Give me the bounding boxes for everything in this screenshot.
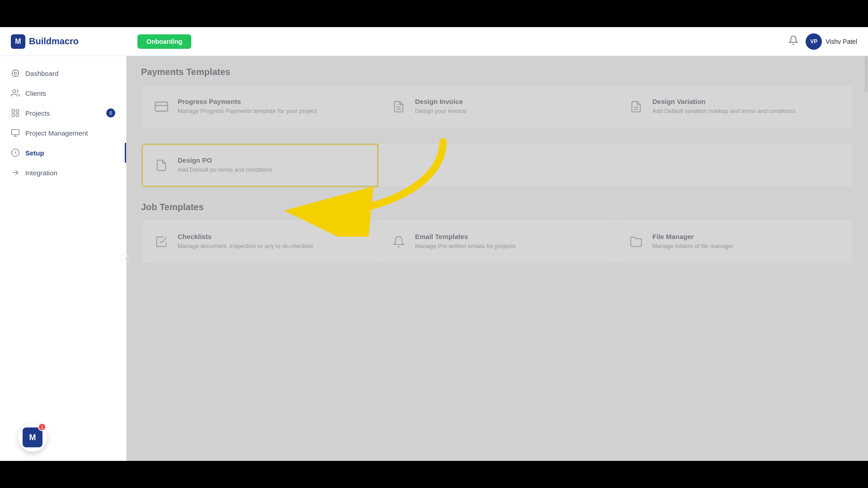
design-po-card[interactable]: Design PO Add Default po terms and condi…: [142, 144, 378, 187]
email-templates-desc: Manage Pre-written emails for projects: [415, 242, 605, 250]
file-manager-title: File Manager: [652, 233, 842, 240]
clients-icon: [11, 89, 20, 98]
onboarding-button[interactable]: Onboarding: [137, 34, 191, 49]
job-templates-section: Job Templates Checklists Manage docum: [141, 202, 854, 264]
job-cards-grid: Checklists Manage document, inspection o…: [141, 220, 854, 264]
empty-payment-card-2: [379, 144, 616, 187]
design-variation-desc: Add Default variation markup and terms a…: [652, 107, 842, 115]
design-invoice-icon: [390, 98, 408, 116]
design-po-title: Design PO: [178, 156, 368, 164]
logo-icon: M: [11, 34, 25, 49]
design-invoice-content: Design Invoice Design your invoice: [415, 98, 605, 115]
user-name: Vishv Patel: [826, 38, 857, 45]
bell-icon: [390, 233, 408, 251]
main-layout: Dashboard Clients Projects 6: [0, 56, 868, 461]
sidebar-label-project-management: Project Management: [25, 129, 88, 137]
projects-icon: [11, 108, 20, 117]
wallet-icon: [152, 98, 170, 116]
user-avatar: VP: [806, 33, 822, 50]
payment-cards-top: Progress Payments Manage Progress Paymen…: [141, 84, 854, 129]
job-templates-title: Job Templates: [141, 202, 854, 212]
svg-rect-7: [155, 102, 168, 111]
file-manager-content: File Manager Manage folders of file mana…: [652, 233, 842, 250]
payments-templates-section: Payments Templates Progress Payments: [141, 67, 854, 188]
integration-icon: [11, 168, 20, 177]
app-notification-dot: 1: [38, 423, 46, 431]
sidebar: Dashboard Clients Projects 6: [0, 56, 127, 461]
sidebar-label-integration: Integration: [25, 169, 57, 177]
svg-rect-6: [12, 130, 19, 135]
checklists-icon: [152, 233, 170, 251]
design-po-icon: [152, 156, 170, 174]
header: M Buildmacro Onboarding VP Vishv Patel: [0, 27, 868, 56]
svg-rect-5: [16, 114, 19, 117]
scrollbar-thumb: [865, 56, 868, 92]
design-variation-content: Design Variation Add Default variation m…: [652, 98, 842, 115]
design-variation-title: Design Variation: [652, 98, 842, 105]
progress-payments-card[interactable]: Progress Payments Manage Progress Paymen…: [142, 85, 378, 128]
sidebar-item-integration[interactable]: Integration: [0, 163, 126, 183]
checklists-content: Checklists Manage document, inspection o…: [178, 233, 368, 250]
payments-templates-title: Payments Templates: [141, 67, 854, 77]
dashboard-icon: [11, 69, 20, 78]
file-manager-card[interactable]: File Manager Manage folders of file mana…: [616, 220, 853, 263]
sidebar-item-project-management[interactable]: Project Management: [0, 123, 126, 143]
design-variation-card[interactable]: Design Variation Add Default variation m…: [616, 85, 853, 128]
progress-payments-content: Progress Payments Manage Progress Paymen…: [178, 98, 368, 115]
notification-bell-icon[interactable]: [788, 35, 798, 47]
project-management-icon: [11, 128, 20, 137]
design-invoice-card[interactable]: Design Invoice Design your invoice: [379, 85, 616, 128]
bottom-app-icon[interactable]: M 1: [18, 423, 47, 452]
design-variation-icon: [627, 98, 645, 116]
setup-icon: [11, 148, 20, 157]
sidebar-item-projects[interactable]: Projects 6: [0, 103, 126, 123]
progress-payments-title: Progress Payments: [178, 98, 368, 105]
design-po-desc: Add Default po terms and conditions: [178, 166, 368, 174]
checklists-title: Checklists: [178, 233, 368, 240]
payment-cards-bottom: Design PO Add Default po terms and condi…: [141, 143, 854, 188]
design-invoice-desc: Design your invoice: [415, 107, 605, 115]
svg-point-1: [13, 90, 16, 93]
sidebar-item-dashboard[interactable]: Dashboard: [0, 63, 126, 83]
sidebar-label-projects: Projects: [25, 109, 50, 117]
svg-rect-4: [12, 114, 15, 117]
design-invoice-title: Design Invoice: [415, 98, 605, 105]
sidebar-label-dashboard: Dashboard: [25, 70, 58, 77]
email-templates-title: Email Templates: [415, 233, 605, 240]
app-icon-circle: M 1: [18, 423, 47, 452]
logo-area: M Buildmacro: [11, 34, 128, 49]
sidebar-label-setup: Setup: [25, 149, 44, 157]
progress-payments-desc: Manage Progress Payments template for yo…: [178, 107, 368, 115]
email-templates-card[interactable]: Email Templates Manage Pre-written email…: [379, 220, 616, 263]
file-manager-desc: Manage folders of file manager: [652, 242, 842, 250]
user-area[interactable]: VP Vishv Patel: [806, 33, 857, 50]
projects-badge: 6: [106, 108, 115, 117]
empty-payment-card-3: [616, 144, 853, 187]
checklists-desc: Manage document, inspection or any to do…: [178, 242, 368, 250]
svg-rect-3: [16, 110, 19, 113]
checklists-card[interactable]: Checklists Manage document, inspection o…: [142, 220, 378, 263]
logo-text: Buildmacro: [29, 36, 79, 47]
header-right: VP Vishv Patel: [788, 33, 857, 50]
folder-icon: [627, 233, 645, 251]
design-po-content: Design PO Add Default po terms and condi…: [178, 156, 368, 174]
sidebar-item-setup[interactable]: Setup: [0, 143, 126, 163]
svg-rect-2: [12, 110, 15, 113]
scrollbar[interactable]: [864, 56, 868, 461]
sidebar-item-clients[interactable]: Clients: [0, 83, 126, 103]
email-templates-content: Email Templates Manage Pre-written email…: [415, 233, 605, 250]
sidebar-collapse-button[interactable]: ‹: [121, 253, 132, 264]
sidebar-label-clients: Clients: [25, 89, 46, 97]
content-area: Payments Templates Progress Payments: [127, 56, 868, 461]
svg-point-0: [14, 72, 17, 75]
